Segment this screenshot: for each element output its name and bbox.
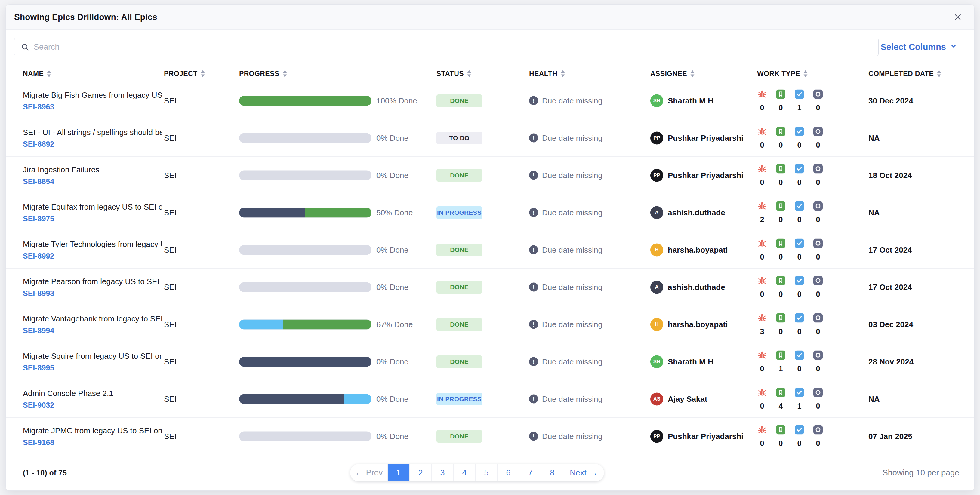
avatar: SH xyxy=(650,94,663,107)
story-icon xyxy=(776,276,785,285)
work-type-count: 0 xyxy=(760,252,764,261)
page-button-3[interactable]: 3 xyxy=(431,464,453,481)
other-icon xyxy=(813,201,822,210)
column-header-status[interactable]: STATUS xyxy=(436,65,472,82)
work-type-cell: 0 0 0 0 xyxy=(757,239,823,261)
column-header-label: HEALTH xyxy=(529,70,557,78)
assignee-name: Pushkar Priyadarshi xyxy=(668,170,743,180)
story-icon xyxy=(776,425,785,434)
task-icon xyxy=(795,239,804,248)
bug-icon xyxy=(757,388,767,397)
work-type-count: 0 xyxy=(779,103,783,112)
per-page-label: Showing 10 per page xyxy=(883,468,959,477)
page-button-8[interactable]: 8 xyxy=(541,464,563,481)
column-header-date[interactable]: COMPLETED DATE xyxy=(869,65,942,82)
left-arrow-icon: ← xyxy=(355,468,363,477)
epic-key-link[interactable]: SEI-8892 xyxy=(23,140,54,148)
work-type-count: 0 xyxy=(816,140,820,149)
column-header-project[interactable]: PROJECT xyxy=(164,65,205,82)
progress-bar xyxy=(239,245,371,255)
bug-icon xyxy=(757,127,767,136)
search-box xyxy=(14,38,879,56)
column-header-progress[interactable]: PROGRESS xyxy=(239,65,287,82)
sort-icon xyxy=(690,70,695,78)
close-button[interactable] xyxy=(953,13,962,22)
completed-date: 30 Dec 2024 xyxy=(869,96,913,105)
work-type-count: 0 xyxy=(797,439,802,447)
prev-page-button[interactable]: ← Prev xyxy=(350,464,387,481)
epic-key-link[interactable]: SEI-9032 xyxy=(23,401,54,409)
epic-name: Admin Console Phase 2.1 xyxy=(23,388,162,398)
page-button-1[interactable]: 1 xyxy=(387,464,409,481)
select-columns-button[interactable]: Select Columns xyxy=(880,42,958,52)
bug-icon xyxy=(757,313,767,322)
next-page-button[interactable]: Next → xyxy=(563,464,604,481)
epic-key-link[interactable]: SEI-8854 xyxy=(23,177,54,186)
epic-key-link[interactable]: SEI-9168 xyxy=(23,438,54,447)
search-input[interactable] xyxy=(14,38,879,56)
column-header-label: ASSIGNEE xyxy=(650,70,687,78)
status-badge: IN PROGRESS xyxy=(436,206,482,219)
modal-header: Showing Epics Drilldown: All Epics xyxy=(6,5,974,30)
completed-date: NA xyxy=(869,208,880,217)
epic-name: Migrate Pearson from legacy US to SEI on… xyxy=(23,277,162,286)
column-header-worktype[interactable]: WORK TYPE xyxy=(757,65,808,82)
work-type-count: 0 xyxy=(760,140,764,149)
task-icon xyxy=(795,276,804,285)
work-type-count: 0 xyxy=(816,178,820,186)
work-type-count: 0 xyxy=(760,290,764,298)
epic-key-link[interactable]: SEI-8975 xyxy=(23,214,54,223)
progress-bar xyxy=(239,394,371,404)
work-type-count: 0 xyxy=(816,215,820,224)
story-icon xyxy=(776,127,785,136)
project-label: SEI xyxy=(164,357,177,366)
alert-icon: ! xyxy=(529,96,538,105)
assignee-name: Pushkar Priyadarshi xyxy=(668,133,743,143)
epic-name: Migrate Vantagebank from legacy to SEI o… xyxy=(23,314,162,323)
status-badge: DONE xyxy=(436,244,482,256)
table-row: Migrate JPMC from legacy US to SEI on Ha… xyxy=(6,418,974,455)
table-row: Migrate Vantagebank from legacy to SEI o… xyxy=(6,306,974,343)
page-button-6[interactable]: 6 xyxy=(497,464,519,481)
progress-label: 0% Done xyxy=(376,245,409,255)
alert-icon: ! xyxy=(529,171,538,180)
column-header-label: PROGRESS xyxy=(239,70,280,78)
column-header-assignee[interactable]: ASSIGNEE xyxy=(650,65,695,82)
column-header-health[interactable]: HEALTH xyxy=(529,65,565,82)
epic-key-link[interactable]: SEI-8995 xyxy=(23,363,54,372)
story-icon xyxy=(776,201,785,210)
column-header-name[interactable]: NAME xyxy=(23,65,51,82)
page-button-4[interactable]: 4 xyxy=(453,464,475,481)
epic-key-link[interactable]: SEI-8992 xyxy=(23,251,54,260)
prev-label: Prev xyxy=(366,468,383,477)
sort-icon xyxy=(467,70,472,78)
sort-icon xyxy=(200,70,205,78)
table-row: Admin Console Phase 2.1 SEI-9032 SEI 0% … xyxy=(6,380,974,418)
work-type-cell: 0 0 0 0 xyxy=(757,164,823,186)
alert-icon: ! xyxy=(529,320,538,329)
avatar: PP xyxy=(650,131,663,144)
epic-key-link[interactable]: SEI-8963 xyxy=(23,102,54,111)
work-type-cell: 0 1 0 0 xyxy=(757,350,823,373)
page-button-2[interactable]: 2 xyxy=(409,464,431,481)
progress-label: 67% Done xyxy=(376,320,413,329)
alert-icon: ! xyxy=(529,432,538,441)
search-icon xyxy=(21,43,30,52)
assignee-name: Sharath M H xyxy=(668,96,713,105)
status-badge: TO DO xyxy=(436,132,482,144)
work-type-cell: 0 0 0 0 xyxy=(757,425,823,447)
table-row: Migrate Equifax from legacy US to SEI on… xyxy=(6,194,974,231)
page-button-7[interactable]: 7 xyxy=(519,464,541,481)
page-button-5[interactable]: 5 xyxy=(475,464,497,481)
epic-key-link[interactable]: SEI-8994 xyxy=(23,326,54,335)
bug-icon xyxy=(757,89,767,99)
task-icon xyxy=(795,313,804,322)
other-icon xyxy=(813,388,822,397)
epic-key-link[interactable]: SEI-8993 xyxy=(23,289,54,298)
completed-date: 18 Oct 2024 xyxy=(869,170,912,180)
completed-date: 28 Nov 2024 xyxy=(869,357,913,366)
column-header-label: WORK TYPE xyxy=(757,70,800,78)
epic-name: Migrate Squire from legacy US to SEI on … xyxy=(23,351,162,361)
column-header-label: NAME xyxy=(23,70,44,78)
avatar: H xyxy=(650,243,663,256)
